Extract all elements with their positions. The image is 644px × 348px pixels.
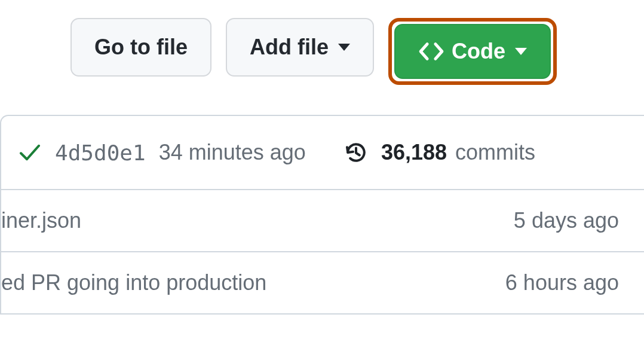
file-commit-message[interactable]: ed PR going into production: [1, 270, 266, 295]
add-file-label: Add file: [250, 35, 329, 60]
commit-hash[interactable]: 4d5d0e1: [55, 141, 146, 165]
code-button-highlight: Code: [388, 18, 557, 85]
caret-down-icon: [515, 48, 527, 55]
code-button[interactable]: Code: [394, 24, 551, 79]
go-to-file-button[interactable]: Go to file: [70, 18, 211, 77]
file-time[interactable]: 5 days ago: [514, 208, 619, 233]
latest-commit-bar: 4d5d0e1 34 minutes ago 36,188 commits: [1, 116, 644, 190]
repo-toolbar: Go to file Add file Code: [0, 0, 644, 103]
history-icon[interactable]: [344, 141, 368, 164]
commit-count-label: commits: [455, 140, 535, 165]
commits-panel: 4d5d0e1 34 minutes ago 36,188 commits in…: [0, 115, 644, 315]
check-icon: [18, 141, 42, 164]
commit-count[interactable]: 36,188: [381, 140, 447, 165]
commit-time[interactable]: 34 minutes ago: [159, 140, 306, 165]
add-file-button[interactable]: Add file: [226, 18, 374, 77]
file-time[interactable]: 6 hours ago: [505, 270, 619, 295]
caret-down-icon: [338, 44, 350, 51]
file-commit-message[interactable]: iner.json: [1, 208, 81, 233]
code-icon: [418, 38, 444, 65]
table-row[interactable]: ed PR going into production 6 hours ago: [1, 252, 644, 313]
code-label: Code: [452, 39, 505, 64]
go-to-file-label: Go to file: [94, 35, 188, 60]
table-row[interactable]: iner.json 5 days ago: [1, 190, 644, 252]
